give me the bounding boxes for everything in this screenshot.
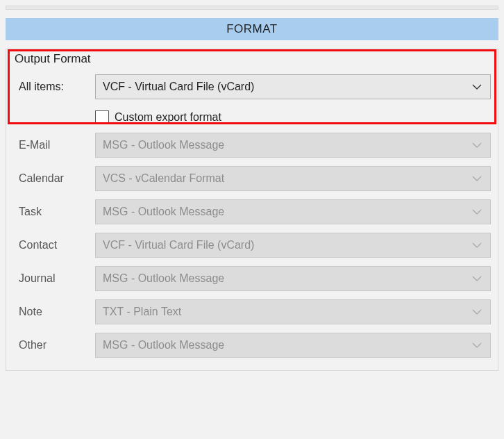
chevron-down-icon: [472, 276, 482, 281]
label-calendar: Calendar: [13, 172, 95, 185]
row-contact: Contact VCF - Virtual Card File (vCard): [13, 233, 491, 258]
row-task: Task MSG - Outlook Message: [13, 199, 491, 224]
chevron-down-icon: [472, 84, 482, 90]
chevron-down-icon: [472, 142, 482, 148]
select-email-value: MSG - Outlook Message: [103, 139, 224, 151]
row-note: Note TXT - Plain Text: [13, 299, 491, 324]
label-all-items: All items:: [13, 81, 95, 93]
row-all-items: All items: VCF - Virtual Card File (vCar…: [13, 74, 491, 99]
select-note-value: TXT - Plain Text: [103, 306, 181, 318]
checkbox-custom-export[interactable]: [95, 110, 109, 124]
chevron-down-icon: [472, 209, 482, 215]
row-journal: Journal MSG - Outlook Message: [13, 266, 491, 291]
section-header-format: FORMAT: [6, 18, 498, 40]
row-other: Other MSG - Outlook Message: [13, 333, 491, 358]
select-contact: VCF - Virtual Card File (vCard): [95, 233, 491, 258]
output-format-group: Output Format All items: VCF - Virtual C…: [6, 49, 498, 371]
select-journal-value: MSG - Outlook Message: [103, 272, 224, 285]
select-contact-value: VCF - Virtual Card File (vCard): [103, 239, 254, 251]
group-title: Output Format: [13, 49, 491, 72]
select-calendar-value: VCS - vCalendar Format: [103, 172, 224, 185]
label-task: Task: [13, 206, 95, 218]
label-contact: Contact: [13, 239, 95, 251]
select-note: TXT - Plain Text: [95, 299, 491, 324]
row-calendar: Calendar VCS - vCalendar Format: [13, 166, 491, 191]
select-other: MSG - Outlook Message: [95, 333, 491, 358]
select-journal: MSG - Outlook Message: [95, 266, 491, 291]
select-other-value: MSG - Outlook Message: [103, 339, 224, 351]
chevron-down-icon: [472, 309, 482, 315]
select-all-items[interactable]: VCF - Virtual Card File (vCard): [95, 74, 491, 99]
select-task: MSG - Outlook Message: [95, 199, 491, 224]
row-custom-export: Custom export format: [95, 110, 491, 124]
select-calendar: VCS - vCalendar Format: [95, 166, 491, 191]
row-email: E-Mail MSG - Outlook Message: [13, 133, 491, 158]
label-other: Other: [13, 339, 95, 351]
select-email: MSG - Outlook Message: [95, 133, 491, 158]
label-email: E-Mail: [13, 139, 95, 151]
label-custom-export: Custom export format: [115, 111, 221, 124]
top-strip: [6, 6, 498, 10]
chevron-down-icon: [472, 176, 482, 181]
label-journal: Journal: [13, 272, 95, 285]
select-task-value: MSG - Outlook Message: [103, 206, 224, 218]
label-note: Note: [13, 306, 95, 318]
chevron-down-icon: [472, 242, 482, 248]
chevron-down-icon: [472, 342, 482, 348]
select-all-items-value: VCF - Virtual Card File (vCard): [103, 81, 254, 93]
